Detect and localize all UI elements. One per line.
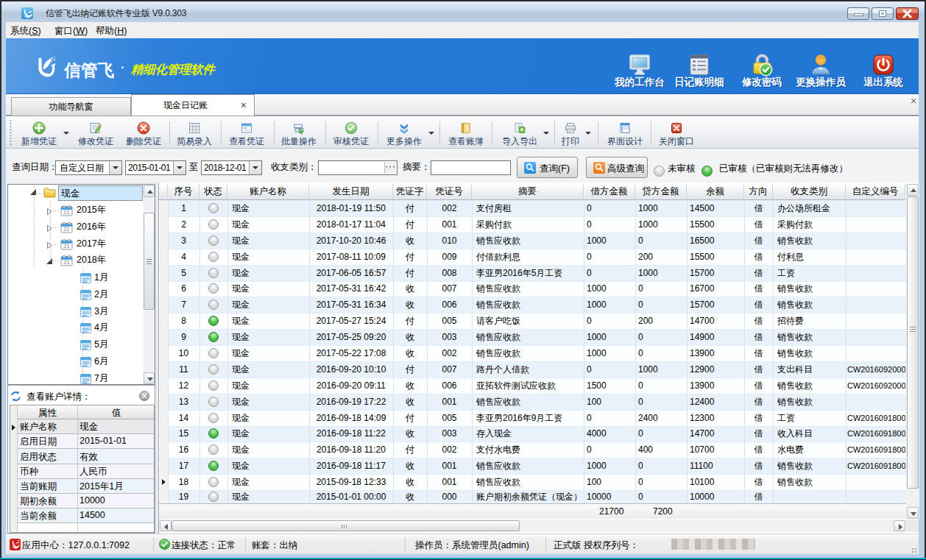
svg-text:21: 21 bbox=[64, 244, 70, 249]
svg-text:21: 21 bbox=[64, 210, 70, 215]
svg-text:21: 21 bbox=[64, 227, 70, 232]
svg-text:21: 21 bbox=[64, 260, 70, 265]
